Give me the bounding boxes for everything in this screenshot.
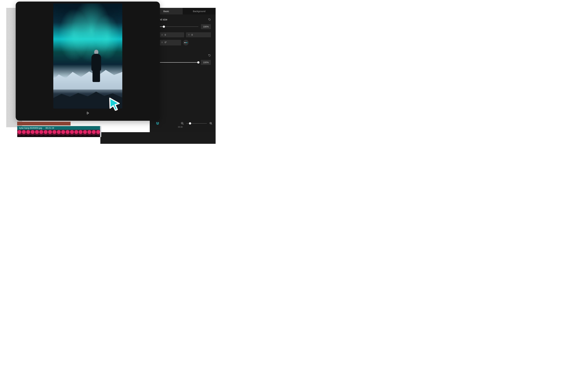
- timeline-zoom-controls: [150, 122, 212, 125]
- preview-image-aurora: [53, 4, 122, 108]
- scale-value[interactable]: 100%: [201, 24, 211, 29]
- timeline-clip-header: kylar-kang-6045659.jpg 00:21:19: [17, 126, 100, 130]
- undo-icon: [208, 18, 211, 21]
- timeline-clip[interactable]: kylar-kang-6045659.jpg 00:21:19: [17, 126, 100, 137]
- scale-slider-thumb[interactable]: [163, 26, 165, 28]
- play-icon: [86, 111, 90, 115]
- position-y-input[interactable]: Y 0: [186, 32, 211, 37]
- zoom-in-button[interactable]: [209, 122, 212, 125]
- reset-opacity-button[interactable]: [208, 54, 211, 57]
- reset-position-size-button[interactable]: [208, 18, 211, 21]
- rotation-value: 0°: [165, 41, 167, 44]
- zoom-slider[interactable]: [186, 123, 207, 124]
- clip-filename: kylar-kang-6045659.jpg: [19, 127, 42, 129]
- mirror-icon: [184, 42, 187, 44]
- play-button[interactable]: [86, 111, 90, 115]
- svg-line-8: [211, 124, 212, 125]
- clip-thumbnails: [17, 130, 100, 137]
- position-x-value: 0: [165, 34, 166, 36]
- zoom-slider-thumb[interactable]: [189, 122, 191, 124]
- rotation-label: X: [161, 41, 163, 44]
- cursor-pointer-graphic: [108, 97, 121, 111]
- position-y-value: 0: [192, 34, 193, 36]
- undo-icon: [208, 54, 211, 57]
- svg-line-4: [183, 124, 184, 125]
- clip-duration: 00:21:19: [46, 127, 54, 129]
- timeline-track-area[interactable]: [100, 132, 216, 144]
- position-x-label: X: [161, 34, 163, 36]
- svg-rect-1: [186, 42, 187, 43]
- scale-slider[interactable]: [159, 26, 198, 27]
- position-x-input[interactable]: X 0: [159, 32, 184, 37]
- rotation-input[interactable]: X 0°: [159, 40, 181, 46]
- position-y-label: Y: [188, 34, 190, 36]
- magnet-icon[interactable]: [156, 122, 159, 125]
- cursor-icon: [108, 97, 121, 111]
- preview-image-person: [91, 50, 102, 83]
- opacity-slider[interactable]: [159, 62, 198, 62]
- preview-window: [16, 2, 160, 121]
- timeline-effect-track[interactable]: [17, 122, 70, 126]
- zoom-out-button[interactable]: [181, 122, 184, 125]
- mirror-horizontal-button[interactable]: [183, 40, 189, 46]
- opacity-value[interactable]: 100%: [201, 60, 211, 65]
- ruler-tick-label: 00:40: [178, 126, 183, 130]
- opacity-slider-fill: [159, 62, 198, 62]
- preview-canvas[interactable]: [53, 4, 122, 108]
- clip-trim-handle[interactable]: [100, 126, 101, 137]
- svg-rect-0: [184, 42, 186, 43]
- opacity-slider-thumb[interactable]: [197, 61, 200, 64]
- timeline-ruler[interactable]: 00:40: [150, 126, 216, 130]
- tab-background[interactable]: Background: [183, 8, 216, 14]
